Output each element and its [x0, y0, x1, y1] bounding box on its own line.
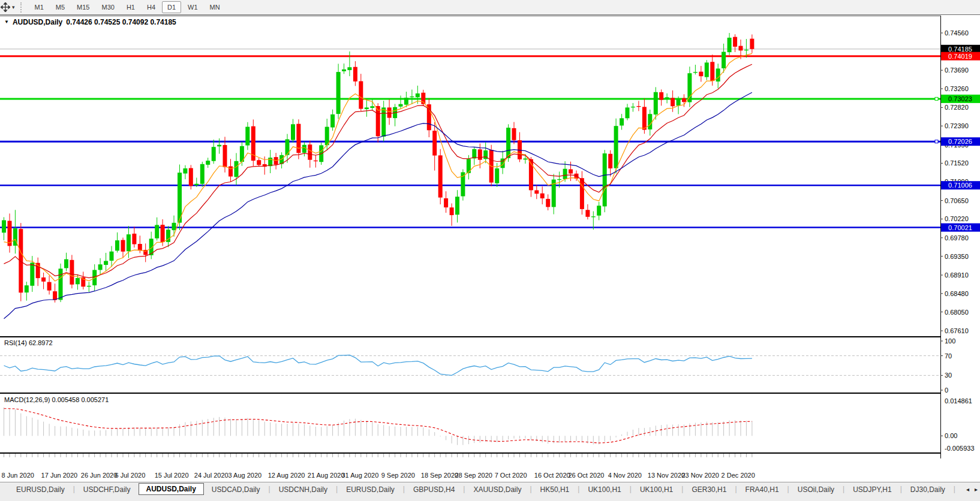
tab-divider: |	[787, 485, 790, 493]
timeframe-button-m15[interactable]: M15	[71, 1, 95, 13]
rsi-axis-label: 70	[945, 352, 952, 360]
chart-symbol-label: AUDUSD,Daily	[13, 18, 62, 26]
price-axis-label: 0.69780	[945, 234, 969, 242]
timeframe-button-m30[interactable]: M30	[97, 1, 120, 13]
price-axis-label: 0.67610	[945, 327, 969, 334]
chart-tabs-bar: EURUSD,Daily|USDCHF,DailyAUDUSD,DailyUSD…	[0, 482, 980, 496]
price-badge-label: 0.74019	[948, 53, 972, 60]
timeframe-button-h4[interactable]: H4	[142, 1, 161, 13]
macd-label: MACD(12,26,9) 0.005458 0.005271	[4, 396, 109, 403]
price-axis-label: 0.68910	[945, 271, 969, 279]
tabs-scroll-right-icon[interactable]: ▸	[975, 486, 978, 493]
chart-tab-usdchf-daily-1[interactable]: USDCHF,Daily	[76, 484, 139, 496]
chart-tab-audusd-daily-2[interactable]: AUDUSD,Daily	[139, 483, 204, 495]
timeframe-button-d1[interactable]: D1	[162, 1, 181, 13]
chart-ohlc-values: 0.74426 0.74525 0.74092 0.74185	[66, 18, 176, 26]
date-label: 6 Jul 2020	[115, 472, 146, 479]
date-label: 21 Aug 2020	[308, 472, 345, 479]
price-axis-label: 0.70220	[945, 215, 969, 222]
price-axis[interactable]: 0.745600.736900.732600.728200.723900.719…	[940, 16, 980, 458]
chart-tab-fra40-h1-12[interactable]: FRA40,H1	[738, 484, 787, 496]
price-axis-label: 0.74560	[945, 29, 969, 37]
chart-tab-dj30-daily-15[interactable]: DJ30,Daily	[903, 484, 953, 496]
date-label: 23 Nov 2020	[682, 472, 719, 479]
tab-divider: |	[629, 485, 632, 493]
collapse-triangle-icon[interactable]: ▼	[4, 19, 9, 25]
cursor-tool-dropdown-icon[interactable]: ▾	[12, 4, 15, 10]
chart-tab-gbpusd-h4-6[interactable]: GBPUSD,H4	[405, 484, 462, 496]
date-label: 13 Nov 2020	[648, 472, 685, 479]
price-axis-label: 0.70650	[945, 197, 969, 204]
crosshair-cursor-icon	[1, 2, 10, 12]
date-label: 12 Aug 2020	[268, 472, 305, 479]
tab-divider: |	[335, 485, 338, 493]
rsi-axis-label: 30	[945, 372, 952, 379]
tab-divider: |	[953, 485, 956, 493]
price-axis-label: 0.68480	[945, 290, 969, 297]
price-axis-label: 0.73260	[945, 85, 969, 92]
timeframe-button-h1[interactable]: H1	[121, 1, 140, 13]
chart-tab-ger30-h1-11[interactable]: GER30,H1	[684, 484, 734, 496]
cursor-tool-button[interactable]: ▾	[0, 1, 16, 14]
price-axis-label: 0.72390	[945, 122, 969, 129]
status-bar	[0, 496, 980, 501]
chart-tab-usdcnh-daily-4[interactable]: USDCNH,Daily	[271, 484, 335, 496]
price-axis-label: 0.72820	[945, 104, 969, 111]
chart-background	[0, 15, 980, 482]
date-label: 7 Oct 2020	[495, 472, 527, 479]
date-label: 17 Jun 2020	[41, 472, 78, 479]
macd-axis-label-bottom: -0.005933	[945, 445, 975, 452]
macd-axis-label-zero: 0.00	[945, 432, 957, 439]
chart-window[interactable]: RSI(14) 62.8972MACD(12,26,9) 0.005458 0.…	[0, 15, 980, 482]
chart-tab-usdjpy-h1-14[interactable]: USDJPY,H1	[845, 484, 899, 496]
tab-divider: |	[681, 485, 684, 493]
date-label: 9 Sep 2020	[381, 472, 415, 479]
tabs-scroll-left-icon[interactable]: ◂	[966, 486, 969, 493]
chart-tab-uk100-h1-10[interactable]: UK100,H1	[632, 484, 681, 496]
date-label: 16 Oct 2020	[534, 472, 570, 479]
tab-divider: |	[900, 485, 903, 493]
tab-divider: |	[734, 485, 737, 493]
chart-tab-xauusd-daily-7[interactable]: XAUUSD,Daily	[465, 484, 529, 496]
date-label: 15 Jul 2020	[155, 472, 189, 479]
chart-title: ▼ AUDUSD,Daily 0.74426 0.74525 0.74092 0…	[4, 18, 176, 26]
date-label: 3 Aug 2020	[229, 472, 262, 479]
chart-tab-eurusd-daily-0[interactable]: EURUSD,Daily	[8, 484, 73, 496]
timeframe-button-m1[interactable]: M1	[29, 1, 49, 13]
level-drag-handle[interactable]	[935, 97, 938, 100]
timeframe-button-w1[interactable]: W1	[182, 1, 203, 13]
rsi-axis-label: 100	[945, 337, 955, 345]
date-label: 31 Aug 2020	[342, 472, 379, 479]
price-axis-label: 0.69350	[945, 253, 969, 260]
rsi-axis-label: 0	[945, 387, 948, 394]
chart-tab-uk100-h1-9[interactable]: UK100,H1	[580, 484, 629, 496]
top-toolbar: ▾ M1M5M15M30H1H4D1W1MN	[0, 0, 980, 15]
price-badge-label: 0.70021	[948, 224, 972, 231]
date-label: 26 Oct 2020	[569, 472, 605, 479]
price-axis-label: 0.73690	[945, 67, 969, 74]
date-label: 28 Sep 2020	[455, 472, 492, 479]
chart-tab-hk50-h1-8[interactable]: HK50,H1	[533, 484, 578, 496]
price-badge-label: 0.71006	[948, 182, 972, 189]
tab-divider: |	[402, 485, 405, 493]
chart-tab-usoil-daily-13[interactable]: USOil,Daily	[790, 484, 842, 496]
timeframe-button-mn[interactable]: MN	[205, 1, 226, 13]
rsi-label: RSI(14) 62.8972	[4, 339, 53, 346]
date-label: 26 Jun 2020	[81, 472, 118, 479]
price-badge-label: 0.74185	[948, 46, 972, 53]
date-label: 24 Jul 2020	[194, 472, 229, 479]
price-axis-label: 0.68050	[945, 309, 969, 316]
chart-tab-eurusd-daily-5[interactable]: EURUSD,Daily	[338, 484, 402, 496]
date-label: 4 Nov 2020	[608, 472, 642, 479]
tab-divider: |	[577, 485, 580, 493]
macd-axis-label-top: 0.014861	[945, 397, 972, 405]
tab-divider: |	[268, 485, 271, 493]
toolbar-grip[interactable]	[20, 2, 24, 13]
price-axis-label: 0.71520	[945, 159, 969, 167]
level-drag-handle[interactable]	[935, 140, 938, 143]
timeframe-button-m5[interactable]: M5	[50, 1, 70, 13]
price-badge-label: 0.73023	[948, 95, 972, 102]
chart-tab-usdcad-daily-3[interactable]: USDCAD,Daily	[204, 484, 268, 496]
tab-divider: |	[842, 485, 845, 493]
price-chart-canvas[interactable]: RSI(14) 62.8972MACD(12,26,9) 0.005458 0.…	[0, 15, 980, 482]
